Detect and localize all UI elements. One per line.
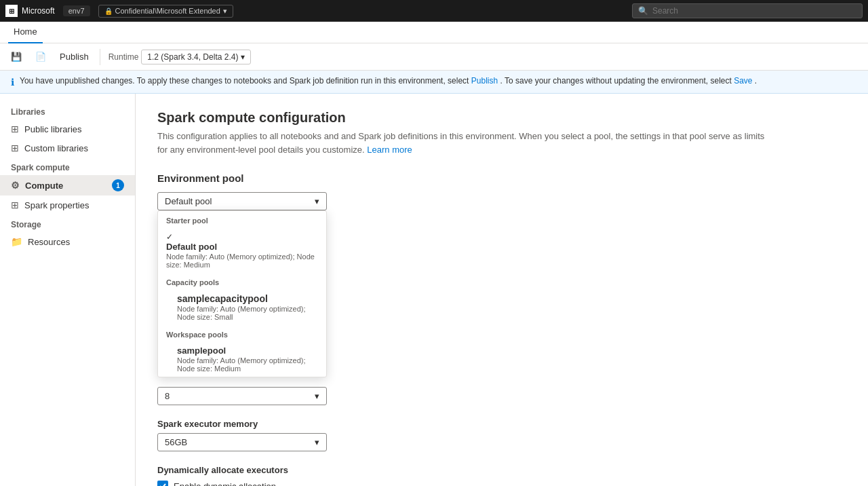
env-label: env7 [68, 7, 85, 15]
dropdown-item-default-pool[interactable]: ✓ Default pool Node family: Auto (Memory… [158, 227, 326, 273]
spark-compute-section-label: Spark compute [0, 157, 135, 175]
pool-dropdown-trigger[interactable]: Default pool ▾ [157, 192, 327, 210]
tab-home-label: Home [14, 26, 37, 37]
workspace-pool-meta: Node family: Auto (Memory optimized); No… [177, 356, 318, 373]
ms-logo-area: ⊞ Microsoft [5, 5, 55, 17]
dynamic-alloc-checkbox[interactable] [157, 481, 168, 486]
executor-memory-label: Spark executor memory [157, 419, 846, 429]
sidebar-custom-libraries-label: Custom libraries [24, 143, 88, 153]
page-description: This configuration applies to all notebo… [157, 130, 768, 156]
banner-publish-link[interactable]: Publish [471, 76, 498, 86]
home-nav: Home [0, 22, 868, 43]
runtime-dropdown[interactable]: 1.2 (Spark 3.4, Delta 2.4) ▾ [141, 50, 251, 64]
custom-libraries-icon: ⊞ [11, 143, 19, 153]
runtime-chevron-icon: ▾ [241, 52, 245, 62]
capacity-pools-group-label: Capacity pools [158, 273, 326, 289]
search-bar: 🔍 [632, 3, 863, 18]
sidebar-item-compute[interactable]: ⚙ Compute 1 [0, 175, 135, 195]
libraries-section-label: Libraries [0, 102, 135, 119]
capacity-pool-meta: Node family: Auto (Memory optimized); No… [177, 305, 318, 321]
dropdown-item-capacity-pool-content: samplecapacitypool Node family: Auto (Me… [177, 293, 318, 321]
pool-chevron-icon: ▾ [315, 196, 319, 206]
main-layout: Libraries ⊞ Public libraries ⊞ Custom li… [0, 94, 868, 486]
nodes-dropdown-container: 8 ▾ [157, 387, 327, 405]
pool-selected-value: Default pool [165, 196, 212, 206]
env-badge[interactable]: env7 [63, 5, 90, 16]
nodes-dropdown-trigger[interactable]: 8 ▾ [157, 387, 327, 405]
runtime-value: 1.2 (Spark 3.4, Delta 2.4) [147, 52, 238, 62]
default-pool-name: Default pool [166, 242, 318, 252]
page-title: Spark compute configuration [157, 110, 846, 126]
toolbar: 💾 📄 Publish Runtime 1.2 (Spark 3.4, Delt… [0, 43, 868, 71]
sidebar-item-resources[interactable]: 📁 Resources [0, 232, 135, 251]
search-icon: 🔍 [638, 6, 648, 16]
dynamic-alloc-checkbox-label: Enable dynamic allocation [174, 481, 276, 487]
search-input[interactable] [652, 6, 856, 16]
runtime-label: Runtime [108, 52, 139, 62]
executor-memory-chevron-icon: ▾ [315, 437, 319, 447]
capacity-pool-name: samplecapacitypool [177, 293, 318, 304]
executor-memory-value: 56GB [165, 437, 187, 447]
resources-icon: 📁 [11, 236, 22, 247]
info-icon: ℹ [11, 77, 14, 88]
dropdown-item-workspace-pool-content: samplepool Node family: Auto (Memory opt… [177, 345, 318, 373]
pool-dropdown-container: Default pool ▾ Starter pool ✓ Default po… [157, 192, 327, 210]
dynamic-alloc-section: Dynamically allocate executors Enable dy… [157, 465, 846, 486]
banner-save-link[interactable]: Save [734, 76, 752, 86]
executor-memory-section: Spark executor memory 56GB ▾ [157, 419, 846, 451]
sidebar-public-libraries-label: Public libraries [24, 124, 82, 134]
pool-dropdown-menu: Starter pool ✓ Default pool Node family:… [157, 210, 327, 377]
workspace-pool-name: samplepool [177, 345, 318, 356]
banner-text: You have unpublished changes. To apply t… [20, 76, 757, 86]
public-libraries-icon: ⊞ [11, 124, 19, 134]
confidential-label: Confidential\Microsoft Extended [115, 7, 220, 15]
compute-badge: 1 [112, 179, 124, 191]
save-button[interactable]: 💾 [5, 49, 27, 64]
ms-label: Microsoft [22, 6, 55, 16]
executor-memory-dropdown[interactable]: 56GB ▾ [157, 433, 327, 451]
compute-icon: ⚙ [11, 180, 20, 191]
sidebar-resources-label: Resources [28, 237, 70, 247]
ms-logo-icon: ⊞ [5, 5, 18, 17]
save-icon: 💾 [11, 52, 22, 62]
file-icon: 📄 [35, 52, 46, 62]
info-banner: ℹ You have unpublished changes. To apply… [0, 71, 868, 94]
check-icon: ✓ [166, 232, 173, 242]
file-button[interactable]: 📄 [30, 49, 52, 64]
sidebar-item-custom-libraries[interactable]: ⊞ Custom libraries [0, 138, 135, 157]
spark-properties-icon: ⊞ [11, 200, 19, 210]
nodes-section: 8 ▾ [157, 387, 846, 405]
sidebar-compute-label: Compute [25, 181, 63, 191]
nodes-chevron-icon: ▾ [315, 391, 319, 401]
storage-section-label: Storage [0, 214, 135, 232]
sidebar-item-spark-properties[interactable]: ⊞ Spark properties [0, 195, 135, 214]
publish-label: Publish [60, 52, 89, 62]
toolbar-divider [100, 49, 100, 65]
dynamic-alloc-label: Dynamically allocate executors [157, 465, 846, 475]
content-area: Spark compute configuration This configu… [136, 94, 868, 486]
checkmark-icon [159, 483, 166, 486]
dropdown-item-workspace-pool[interactable]: samplepool Node family: Auto (Memory opt… [158, 341, 326, 377]
publish-button[interactable]: Publish [54, 49, 94, 64]
sidebar: Libraries ⊞ Public libraries ⊞ Custom li… [0, 94, 136, 486]
env-pool-section-title: Environment pool [157, 172, 846, 184]
chevron-down-icon: ▾ [223, 7, 227, 16]
confidential-badge[interactable]: 🔒 Confidential\Microsoft Extended ▾ [98, 5, 233, 18]
dynamic-alloc-checkbox-row: Enable dynamic allocation [157, 481, 846, 486]
sidebar-spark-properties-label: Spark properties [24, 200, 89, 210]
default-pool-meta: Node family: Auto (Memory optimized); No… [166, 253, 318, 269]
workspace-pools-group-label: Workspace pools [158, 325, 326, 341]
dropdown-item-default-pool-content: Default pool Node family: Auto (Memory o… [166, 242, 318, 269]
learn-more-link[interactable]: Learn more [367, 145, 412, 155]
sidebar-item-public-libraries[interactable]: ⊞ Public libraries [0, 119, 135, 138]
executor-memory-dropdown-container: 56GB ▾ [157, 433, 327, 451]
starter-pool-group-label: Starter pool [158, 211, 326, 227]
dropdown-item-capacity-pool[interactable]: samplecapacitypool Node family: Auto (Me… [158, 289, 326, 325]
nodes-dropdown-value: 8 [165, 391, 170, 401]
tab-home[interactable]: Home [8, 22, 43, 43]
top-bar: ⊞ Microsoft env7 🔒 Confidential\Microsof… [0, 0, 868, 22]
